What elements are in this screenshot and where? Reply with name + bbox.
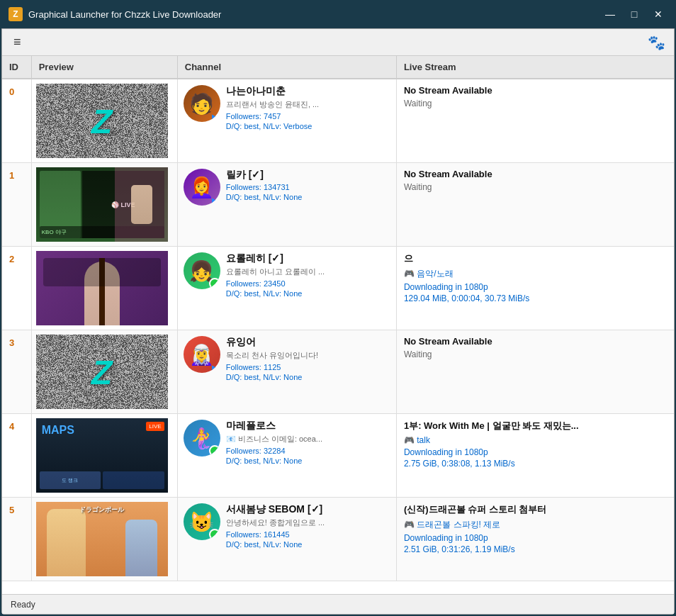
cell-channel-3: 🧝‍♀️▶유잉어목소리 천사 유잉어입니다!Followers: 1125D/Q… xyxy=(177,330,396,414)
channel-desc-2: 요롤레히 아니고 요롤레이 ... xyxy=(226,267,368,277)
live-badge-2 xyxy=(209,278,220,289)
channel-followers-2: Followers: 23450 xyxy=(226,279,390,288)
cell-id-1: 1 xyxy=(2,163,31,247)
cell-channel-1: 👩‍🦰▶릴카 [✓]Followers: 134731D/Q: best, N/… xyxy=(177,163,396,247)
channel-dq-1: D/Q: best, N/Lv: None xyxy=(226,193,390,201)
maximize-button[interactable]: □ xyxy=(625,5,643,23)
cell-preview-2 xyxy=(31,247,177,330)
play-badge-1: ▶ xyxy=(209,194,220,206)
live-badge-5 xyxy=(209,529,220,540)
channel-followers-0: Followers: 7457 xyxy=(226,112,390,121)
cell-channel-4: 🧜‍♀️마레플로스📧 비즈니스 이메일: ocea...Followers: 3… xyxy=(177,414,396,498)
window-title: Graphical Launcher for Chzzk Live Downlo… xyxy=(28,9,601,20)
play-badge-3: ▶ xyxy=(209,362,220,373)
cell-livestream-0: No Stream AvailableWaiting xyxy=(396,79,674,163)
channel-dq-5: D/Q: best, N/Lv: None xyxy=(226,540,390,549)
channel-name-2: 요롤레히 [✓] xyxy=(226,252,390,265)
stream-quality-5: Downloading in 1080p xyxy=(404,533,667,543)
live-badge-4 xyxy=(209,445,220,457)
stream-title-5: (신작)드래곤볼 슈퍼 스토리 첨부터 xyxy=(404,503,667,516)
play-badge-0: ▶ xyxy=(209,111,220,122)
paw-icon: 🐾 xyxy=(648,34,665,51)
preview-image-0: Z xyxy=(36,84,168,158)
cell-id-5: 5 xyxy=(2,498,31,581)
table-row[interactable]: 4 MAPS LIVE 도 랭크 🧜‍♀️마레플로스📧 비즈니스 이메일: oc… xyxy=(2,414,674,498)
stream-progress-5: 2.51 GiB, 0:31:26, 1.19 MiB/s xyxy=(404,544,667,554)
channel-desc-5: 안녕하세요! 종합게임으로 ... xyxy=(226,517,368,528)
channel-avatar-1: 👩‍🦰▶ xyxy=(184,169,220,206)
table-row[interactable]: 0Z🧑▶나는아나미춘프리랜서 방송인 윤태진, ...Followers: 74… xyxy=(2,79,674,163)
channel-followers-4: Followers: 32284 xyxy=(226,447,390,455)
stream-title-0: No Stream Available xyxy=(404,85,667,96)
channel-name-0: 나는아나미춘 xyxy=(226,85,390,98)
cell-channel-0: 🧑▶나는아나미춘프리랜서 방송인 윤태진, ...Followers: 7457… xyxy=(177,79,396,163)
channel-avatar-4: 🧜‍♀️ xyxy=(184,420,220,457)
close-button[interactable]: ✕ xyxy=(649,5,667,23)
stream-category-4: 🎮 talk xyxy=(404,435,667,445)
channel-desc-4: 📧 비즈니스 이메일: ocea... xyxy=(226,434,368,444)
stream-title-3: No Stream Available xyxy=(404,336,667,347)
channel-name-3: 유잉어 xyxy=(226,336,390,349)
header-livestream: Live Stream xyxy=(396,56,674,79)
cell-preview-1: ⚾ LIVE KBO 야구 xyxy=(31,163,177,247)
channel-dq-2: D/Q: best, N/Lv: None xyxy=(226,289,390,298)
table-row[interactable]: 1 ⚾ LIVE KBO 야구 👩‍🦰▶릴카 [✓]Followers: 134… xyxy=(2,163,674,247)
table-row[interactable]: 3Z🧝‍♀️▶유잉어목소리 천사 유잉어입니다!Followers: 1125D… xyxy=(2,330,674,414)
channel-dq-0: D/Q: best, N/Lv: Verbose xyxy=(226,122,390,130)
cell-id-2: 2 xyxy=(2,247,31,330)
cell-preview-3: Z xyxy=(31,330,177,414)
channel-dq-3: D/Q: best, N/Lv: None xyxy=(226,373,390,381)
table-header-row: ID Preview Channel Live Stream xyxy=(2,56,674,79)
channel-name-1: 릴카 [✓] xyxy=(226,169,390,181)
table-row[interactable]: 2 👧요롤레히 [✓]요롤레히 아니고 요롤레이 ...Followers: 2… xyxy=(2,247,674,330)
cell-id-3: 3 xyxy=(2,330,31,414)
menubar: ≡ 🐾 xyxy=(2,29,674,56)
stream-title-2: 으 xyxy=(404,252,667,265)
channel-avatar-5: 😺 xyxy=(184,503,220,540)
cell-id-4: 4 xyxy=(2,414,31,498)
channel-avatar-0: 🧑▶ xyxy=(184,85,220,122)
stream-progress-2: 129.04 MiB, 0:00:04, 30.73 MiB/s xyxy=(404,293,667,303)
titlebar: Z Graphical Launcher for Chzzk Live Down… xyxy=(0,0,676,28)
stream-progress-4: 2.75 GiB, 0:38:08, 1.13 MiB/s xyxy=(404,459,667,469)
cell-livestream-5: (신작)드래곤볼 슈퍼 스토리 첨부터🎮 드래곤볼 스파킹! 제로Downloa… xyxy=(396,498,674,581)
header-preview: Preview xyxy=(31,56,177,79)
channel-desc-0: 프리랜서 방송인 윤태진, ... xyxy=(226,99,368,110)
channel-name-4: 마레플로스 xyxy=(226,420,390,432)
preview-image-4: MAPS LIVE 도 랭크 xyxy=(36,418,168,493)
hamburger-menu[interactable]: ≡ xyxy=(11,32,24,52)
channel-avatar-3: 🧝‍♀️▶ xyxy=(184,336,220,373)
channel-avatar-2: 👧 xyxy=(184,252,220,289)
stream-quality-4: Downloading in 1080p xyxy=(404,447,667,457)
channel-dq-4: D/Q: best, N/Lv: None xyxy=(226,457,390,465)
table-row[interactable]: 5 ドラゴンボール 😺서새봄냥 SEBOM [✓]안녕하세요! 종합게임으로 .… xyxy=(2,498,674,581)
preview-image-3: Z xyxy=(36,335,168,409)
cell-channel-2: 👧요롤레히 [✓]요롤레히 아니고 요롤레이 ...Followers: 234… xyxy=(177,247,396,330)
stream-category-5: 🎮 드래곤볼 스파킹! 제로 xyxy=(404,519,667,531)
cell-preview-0: Z xyxy=(31,79,177,163)
channel-followers-3: Followers: 1125 xyxy=(226,363,390,371)
minimize-button[interactable]: — xyxy=(601,5,619,23)
channel-followers-1: Followers: 134731 xyxy=(226,183,390,191)
stream-quality-2: Downloading in 1080p xyxy=(404,282,667,292)
channel-desc-3: 목소리 천사 유잉어입니다! xyxy=(226,350,368,361)
cell-livestream-4: 1부: Work With Me | 얼굴만 봐도 재밌는...🎮 talkDo… xyxy=(396,414,674,498)
cell-preview-5: ドラゴンボール xyxy=(31,498,177,581)
cell-livestream-2: 으🎮 음악/노래Downloading in 1080p129.04 MiB, … xyxy=(396,247,674,330)
channel-followers-5: Followers: 161445 xyxy=(226,530,390,539)
stream-title-4: 1부: Work With Me | 얼굴만 봐도 재밌는... xyxy=(404,420,667,432)
stream-category-2: 🎮 음악/노래 xyxy=(404,268,667,280)
cell-livestream-1: No Stream AvailableWaiting xyxy=(396,163,674,247)
stream-waiting-3: Waiting xyxy=(404,349,667,359)
stream-waiting-0: Waiting xyxy=(404,99,667,108)
cell-id-0: 0 xyxy=(2,79,31,163)
header-id: ID xyxy=(2,56,31,79)
app-icon: Z xyxy=(9,7,23,21)
preview-image-1: ⚾ LIVE KBO 야구 xyxy=(36,167,168,242)
cell-channel-5: 😺서새봄냥 SEBOM [✓]안녕하세요! 종합게임으로 ...Follower… xyxy=(177,498,396,581)
channels-table: ID Preview Channel Live Stream 0Z🧑▶나는아나미… xyxy=(2,56,674,581)
main-table-container: ID Preview Channel Live Stream 0Z🧑▶나는아나미… xyxy=(2,56,674,594)
preview-image-5: ドラゴンボール xyxy=(36,502,168,576)
cell-preview-4: MAPS LIVE 도 랭크 xyxy=(31,414,177,498)
statusbar: Ready xyxy=(2,594,674,614)
